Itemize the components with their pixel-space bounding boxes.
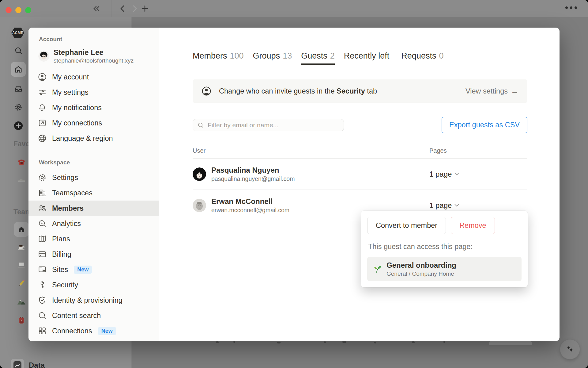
inbox-icon[interactable] xyxy=(11,82,26,96)
sidebar-item-settings[interactable]: Settings xyxy=(28,170,159,185)
tab-recently-left[interactable]: Recently left xyxy=(344,51,392,65)
teamspaces-section-label: Tean xyxy=(13,208,29,216)
background-artifact xyxy=(277,342,281,343)
sidebar-item-label: Sites xyxy=(52,266,68,274)
person-circle-icon xyxy=(38,72,47,82)
settings-gear-icon[interactable] xyxy=(11,100,26,115)
user-cell: Pasqualina Nguyen pasqualina.nguyen@gmai… xyxy=(193,165,429,183)
sidebar-item-my-notifications[interactable]: My notifications xyxy=(28,100,159,115)
forward-icon[interactable] xyxy=(130,5,138,13)
sidebar-item-security[interactable]: Security xyxy=(28,277,159,293)
app-window: ACME Favo Tean xyxy=(0,0,588,368)
new-badge: New xyxy=(74,266,92,274)
close-window-button[interactable] xyxy=(6,7,12,13)
sidebar-item-data[interactable]: Data xyxy=(11,359,45,368)
user-email: stephanie@toolsforthought.xyz xyxy=(54,57,134,64)
favorites-section-label: Favo xyxy=(13,140,30,148)
mountain-emoji-icon[interactable] xyxy=(14,294,29,309)
current-user-row: Stephanie Lee stephanie@toolsforthought.… xyxy=(38,47,150,66)
tab-label: Guests xyxy=(301,51,327,61)
collapse-sidebar-icon[interactable] xyxy=(92,4,101,13)
column-header-pages: Pages xyxy=(429,147,527,155)
chevron-down-icon xyxy=(454,173,459,176)
sparkles-icon xyxy=(565,344,575,355)
teamspace-home-icon[interactable] xyxy=(14,222,29,237)
sneaker-emoji-icon[interactable] xyxy=(14,172,29,187)
export-guests-csv-button[interactable]: Export guests as CSV xyxy=(442,117,527,133)
table-header: User Pages xyxy=(193,147,527,159)
sidebar-item-label: Security xyxy=(52,281,78,289)
new-page-icon[interactable] xyxy=(11,118,26,133)
search-icon xyxy=(197,122,204,128)
background-artifact xyxy=(374,342,376,343)
credit-card-icon xyxy=(38,250,47,259)
more-options-icon[interactable] xyxy=(565,6,577,9)
sliders-icon xyxy=(38,88,47,97)
tab-count: 2 xyxy=(330,51,335,61)
tab-groups[interactable]: Groups 13 xyxy=(253,51,292,65)
tab-label: Requests xyxy=(401,51,436,61)
background-artifact xyxy=(233,341,235,343)
sidebar-item-plans[interactable]: Plans xyxy=(28,231,159,247)
window-titlebar xyxy=(0,0,588,17)
guest-access-caption: This guest can access this page: xyxy=(368,242,522,251)
sidebar-item-billing[interactable]: Billing xyxy=(28,247,159,262)
sidebar-item-connections[interactable]: Connections New xyxy=(28,323,159,339)
tab-guests[interactable]: Guests 2 xyxy=(301,51,335,65)
workspace-logo[interactable]: ACME xyxy=(11,28,24,38)
sidebar-item-label: Language & region xyxy=(52,134,113,143)
sidebar-item-label: My settings xyxy=(52,88,89,97)
tab-members[interactable]: Members 100 xyxy=(193,51,244,65)
laptop-emoji-icon[interactable] xyxy=(14,258,29,272)
background-artifact xyxy=(216,341,219,343)
pages-dropdown[interactable]: 1 page xyxy=(429,201,527,210)
sidebar-item-label: Data xyxy=(29,361,45,368)
tab-requests[interactable]: Requests 0 xyxy=(401,51,443,65)
shield-check-icon xyxy=(38,296,47,305)
pencil-emoji-icon[interactable] xyxy=(14,276,29,291)
remove-guest-button[interactable]: Remove xyxy=(451,217,495,234)
sidebar-item-members[interactable]: Members xyxy=(28,201,159,216)
sidebar-item-teamspaces[interactable]: Teamspaces xyxy=(28,185,159,201)
grid-icon xyxy=(38,326,47,335)
convert-to-member-button[interactable]: Convert to member xyxy=(367,217,446,234)
sidebar-item-content-search[interactable]: Content search xyxy=(28,308,159,323)
minimize-window-button[interactable] xyxy=(15,7,21,13)
ai-assistant-button[interactable] xyxy=(560,339,580,359)
guest-email: pasqualina.nguyen@gmail.com xyxy=(211,175,295,183)
home-icon[interactable] xyxy=(11,62,26,77)
avatar xyxy=(38,51,49,62)
sidebar-item-sites[interactable]: Sites New xyxy=(28,262,159,277)
accessible-page-item[interactable]: General onboarding General / Company Hom… xyxy=(367,257,522,281)
sidebar-item-label: My account xyxy=(52,73,89,81)
globe-icon xyxy=(38,134,47,143)
backpack-emoji-icon[interactable] xyxy=(14,313,29,328)
search-icon xyxy=(38,311,47,320)
sidebar-item-label: Teamspaces xyxy=(52,189,92,197)
search-icon[interactable] xyxy=(11,43,26,58)
coffee-emoji-icon[interactable] xyxy=(14,240,29,255)
sidebar-item-my-account[interactable]: My account xyxy=(28,69,159,85)
sidebar-item-my-settings[interactable]: My settings xyxy=(28,85,159,100)
guest-filter-field[interactable] xyxy=(193,119,344,131)
pages-dropdown[interactable]: 1 page xyxy=(429,170,527,178)
telephone-emoji-icon[interactable] xyxy=(14,155,29,169)
sidebar-item-language-region[interactable]: Language & region xyxy=(28,131,159,146)
tab-label: Recently left xyxy=(344,51,390,61)
page-title: General onboarding xyxy=(386,260,456,270)
guest-name: Pasqualina Nguyen xyxy=(211,165,295,175)
sidebar-item-label: Content search xyxy=(52,312,101,320)
new-tab-icon[interactable] xyxy=(141,5,149,13)
sidebar-item-my-connections[interactable]: My connections xyxy=(28,115,159,131)
zoom-window-button[interactable] xyxy=(25,7,31,13)
sidebar-item-identity-provisioning[interactable]: Identity & provisioning xyxy=(28,293,159,308)
sidebar-item-analytics[interactable]: Analytics xyxy=(28,216,159,231)
guest-filter-input[interactable] xyxy=(208,121,339,129)
guest-email: erwan.mcconnell@gmail.com xyxy=(211,206,289,214)
view-settings-link[interactable]: View settings → xyxy=(466,86,519,96)
back-icon[interactable] xyxy=(119,5,127,13)
settings-modal: Account Stephanie Lee stephanie@toolsfor… xyxy=(28,28,560,341)
sidebar-item-label: Analytics xyxy=(52,220,81,228)
popover-buttons: Convert to member Remove xyxy=(367,217,522,234)
workspace-section-label: Workspace xyxy=(39,159,150,166)
